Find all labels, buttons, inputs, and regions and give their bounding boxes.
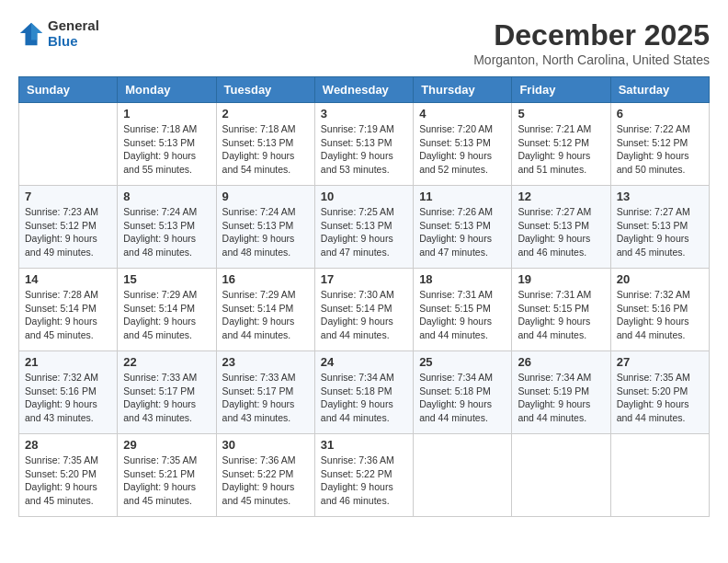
day-cell: 1Sunrise: 7:18 AM Sunset: 5:13 PM Daylig… (118, 103, 216, 186)
day-number: 11 (419, 190, 506, 203)
day-info: Sunrise: 7:31 AM Sunset: 5:15 PM Dayligh… (518, 288, 604, 342)
day-cell: 7Sunrise: 7:23 AM Sunset: 5:12 PM Daylig… (19, 186, 118, 269)
day-info: Sunrise: 7:21 AM Sunset: 5:12 PM Dayligh… (518, 122, 604, 177)
day-info: Sunrise: 7:24 AM Sunset: 5:13 PM Dayligh… (222, 205, 309, 259)
day-cell: 3Sunrise: 7:19 AM Sunset: 5:13 PM Daylig… (314, 103, 413, 186)
day-number: 14 (25, 272, 111, 286)
logo-general: General (48, 18, 99, 34)
day-number: 17 (321, 272, 407, 286)
day-info: Sunrise: 7:27 AM Sunset: 5:13 PM Dayligh… (617, 205, 703, 259)
month-title: December 2025 (473, 18, 710, 52)
day-info: Sunrise: 7:32 AM Sunset: 5:16 PM Dayligh… (25, 371, 111, 425)
day-cell: 11Sunrise: 7:26 AM Sunset: 5:13 PM Dayli… (414, 186, 512, 269)
day-info: Sunrise: 7:24 AM Sunset: 5:13 PM Dayligh… (123, 205, 210, 259)
day-cell: 8Sunrise: 7:24 AM Sunset: 5:13 PM Daylig… (118, 186, 216, 269)
day-cell: 19Sunrise: 7:31 AM Sunset: 5:15 PM Dayli… (512, 269, 610, 351)
day-cell (414, 434, 512, 517)
day-info: Sunrise: 7:29 AM Sunset: 5:14 PM Dayligh… (123, 288, 210, 342)
day-number: 1 (123, 107, 210, 121)
day-cell: 17Sunrise: 7:30 AM Sunset: 5:14 PM Dayli… (314, 269, 413, 351)
col-header-wednesday: Wednesday (314, 77, 413, 103)
day-info: Sunrise: 7:35 AM Sunset: 5:20 PM Dayligh… (25, 454, 111, 508)
day-cell: 10Sunrise: 7:25 AM Sunset: 5:13 PM Dayli… (314, 186, 413, 269)
day-cell: 26Sunrise: 7:34 AM Sunset: 5:19 PM Dayli… (512, 351, 610, 434)
day-info: Sunrise: 7:23 AM Sunset: 5:12 PM Dayligh… (25, 205, 111, 259)
day-info: Sunrise: 7:36 AM Sunset: 5:22 PM Dayligh… (321, 454, 407, 508)
day-cell: 14Sunrise: 7:28 AM Sunset: 5:14 PM Dayli… (19, 269, 118, 351)
day-cell (610, 434, 709, 517)
day-cell: 29Sunrise: 7:35 AM Sunset: 5:21 PM Dayli… (118, 434, 216, 517)
day-number: 25 (419, 355, 506, 369)
day-number: 3 (321, 107, 407, 121)
day-number: 16 (222, 272, 309, 286)
day-cell: 23Sunrise: 7:33 AM Sunset: 5:17 PM Dayli… (216, 351, 314, 434)
day-info: Sunrise: 7:33 AM Sunset: 5:17 PM Dayligh… (222, 371, 309, 425)
day-cell: 16Sunrise: 7:29 AM Sunset: 5:14 PM Dayli… (216, 269, 314, 351)
day-cell: 9Sunrise: 7:24 AM Sunset: 5:13 PM Daylig… (216, 186, 314, 269)
day-cell: 30Sunrise: 7:36 AM Sunset: 5:22 PM Dayli… (216, 434, 314, 517)
day-cell (19, 103, 118, 186)
week-row-4: 21Sunrise: 7:32 AM Sunset: 5:16 PM Dayli… (19, 351, 710, 434)
day-cell: 6Sunrise: 7:22 AM Sunset: 5:12 PM Daylig… (610, 103, 709, 186)
day-number: 29 (123, 438, 210, 452)
day-number: 9 (222, 190, 309, 203)
day-number: 24 (321, 355, 407, 369)
day-number: 20 (617, 272, 703, 286)
week-row-1: 1Sunrise: 7:18 AM Sunset: 5:13 PM Daylig… (19, 103, 710, 186)
day-number: 8 (123, 190, 210, 203)
day-info: Sunrise: 7:34 AM Sunset: 5:19 PM Dayligh… (518, 371, 604, 425)
day-cell: 12Sunrise: 7:27 AM Sunset: 5:13 PM Dayli… (512, 186, 610, 269)
day-cell: 28Sunrise: 7:35 AM Sunset: 5:20 PM Dayli… (19, 434, 118, 517)
day-number: 26 (518, 355, 604, 369)
calendar-header-row: SundayMondayTuesdayWednesdayThursdayFrid… (19, 77, 710, 103)
day-info: Sunrise: 7:35 AM Sunset: 5:21 PM Dayligh… (123, 454, 210, 508)
col-header-tuesday: Tuesday (216, 77, 314, 103)
day-info: Sunrise: 7:34 AM Sunset: 5:18 PM Dayligh… (321, 371, 407, 425)
day-number: 28 (25, 438, 111, 452)
page-header: General Blue December 2025 Morganton, No… (18, 18, 710, 67)
day-cell: 15Sunrise: 7:29 AM Sunset: 5:14 PM Dayli… (118, 269, 216, 351)
day-cell: 2Sunrise: 7:18 AM Sunset: 5:13 PM Daylig… (216, 103, 314, 186)
day-number: 31 (321, 438, 407, 452)
day-number: 5 (518, 107, 604, 121)
day-info: Sunrise: 7:22 AM Sunset: 5:12 PM Dayligh… (617, 122, 703, 177)
day-cell (512, 434, 610, 517)
day-info: Sunrise: 7:26 AM Sunset: 5:13 PM Dayligh… (419, 205, 506, 259)
day-info: Sunrise: 7:18 AM Sunset: 5:13 PM Dayligh… (222, 122, 309, 177)
day-number: 22 (123, 355, 210, 369)
day-info: Sunrise: 7:31 AM Sunset: 5:15 PM Dayligh… (419, 288, 506, 342)
day-cell: 4Sunrise: 7:20 AM Sunset: 5:13 PM Daylig… (414, 103, 512, 186)
day-number: 13 (617, 190, 703, 203)
day-info: Sunrise: 7:35 AM Sunset: 5:20 PM Dayligh… (617, 371, 703, 425)
logo-icon (18, 21, 44, 47)
calendar-table: SundayMondayTuesdayWednesdayThursdayFrid… (18, 76, 710, 517)
day-info: Sunrise: 7:19 AM Sunset: 5:13 PM Dayligh… (321, 122, 407, 177)
day-number: 2 (222, 107, 309, 121)
logo-blue: Blue (48, 34, 99, 50)
day-number: 27 (617, 355, 703, 369)
day-cell: 18Sunrise: 7:31 AM Sunset: 5:15 PM Dayli… (414, 269, 512, 351)
col-header-sunday: Sunday (19, 77, 118, 103)
logo: General Blue (18, 18, 99, 49)
day-number: 7 (25, 190, 111, 203)
day-info: Sunrise: 7:18 AM Sunset: 5:13 PM Dayligh… (123, 122, 210, 177)
day-info: Sunrise: 7:32 AM Sunset: 5:16 PM Dayligh… (617, 288, 703, 342)
day-info: Sunrise: 7:34 AM Sunset: 5:18 PM Dayligh… (419, 371, 506, 425)
col-header-saturday: Saturday (610, 77, 709, 103)
day-number: 10 (321, 190, 407, 203)
week-row-5: 28Sunrise: 7:35 AM Sunset: 5:20 PM Dayli… (19, 434, 710, 517)
logo-text: General Blue (48, 18, 99, 49)
day-number: 12 (518, 190, 604, 203)
day-info: Sunrise: 7:36 AM Sunset: 5:22 PM Dayligh… (222, 454, 309, 508)
week-row-2: 7Sunrise: 7:23 AM Sunset: 5:12 PM Daylig… (19, 186, 710, 269)
day-info: Sunrise: 7:27 AM Sunset: 5:13 PM Dayligh… (518, 205, 604, 259)
day-cell: 5Sunrise: 7:21 AM Sunset: 5:12 PM Daylig… (512, 103, 610, 186)
week-row-3: 14Sunrise: 7:28 AM Sunset: 5:14 PM Dayli… (19, 269, 710, 351)
day-cell: 24Sunrise: 7:34 AM Sunset: 5:18 PM Dayli… (314, 351, 413, 434)
day-number: 15 (123, 272, 210, 286)
day-cell: 31Sunrise: 7:36 AM Sunset: 5:22 PM Dayli… (314, 434, 413, 517)
day-number: 18 (419, 272, 506, 286)
day-cell: 13Sunrise: 7:27 AM Sunset: 5:13 PM Dayli… (610, 186, 709, 269)
day-number: 19 (518, 272, 604, 286)
day-cell: 20Sunrise: 7:32 AM Sunset: 5:16 PM Dayli… (610, 269, 709, 351)
